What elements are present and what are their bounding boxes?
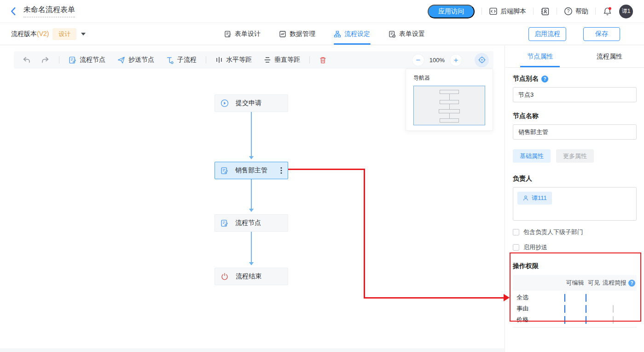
help-icon: ? bbox=[564, 7, 573, 16]
include-subdept-checkbox-row[interactable]: 包含负责人下级子部门 bbox=[513, 228, 637, 236]
flow-canvas[interactable]: 流程节点 抄送节点 子流程 水平等距 bbox=[0, 46, 505, 352]
app-window: 未命名流程表单 应用访问 后端脚本 ? 帮助 bbox=[0, 0, 644, 352]
play-circle-icon bbox=[220, 99, 229, 107]
permissions-title: 操作权限 bbox=[513, 262, 637, 270]
navigator-panel: 导航器 bbox=[406, 69, 493, 131]
horizontal-scrollbar[interactable] bbox=[0, 348, 504, 352]
main-tabs: 表单设计 数据管理 流程设定 表单设置 bbox=[224, 23, 425, 45]
svg-text:?: ? bbox=[567, 9, 570, 14]
owner-tag[interactable]: 谭111 bbox=[517, 192, 552, 205]
checkbox-editable[interactable] bbox=[564, 294, 565, 302]
minimap-node bbox=[440, 90, 459, 94]
backend-script-button[interactable]: 后端脚本 bbox=[489, 7, 526, 16]
node-alias-label: 节点别名 ? bbox=[513, 75, 637, 83]
divider bbox=[309, 56, 310, 64]
help-button[interactable]: ? 帮助 bbox=[564, 7, 588, 16]
version-number: (V2) bbox=[37, 30, 49, 37]
help-question-icon[interactable]: ? bbox=[541, 76, 548, 82]
basic-properties-button[interactable]: 基础属性 bbox=[513, 149, 551, 163]
permissions-header-row: 可编辑 可见 流程简报 ? bbox=[513, 275, 637, 291]
tab-data-management[interactable]: 数据管理 bbox=[279, 23, 315, 45]
page-title: 未命名流程表单 bbox=[23, 5, 75, 18]
enable-flow-button[interactable]: 启用流程 bbox=[528, 27, 566, 41]
form-gear-icon bbox=[389, 30, 396, 38]
tab-node-properties[interactable]: 节点属性 bbox=[505, 46, 575, 67]
horizontal-bars-icon bbox=[264, 56, 271, 64]
tab-flow-settings[interactable]: 流程设定 bbox=[334, 23, 370, 45]
doc-edit-icon bbox=[220, 219, 228, 227]
checkbox-unchecked[interactable] bbox=[513, 244, 519, 251]
checkbox-briefing[interactable] bbox=[613, 316, 614, 324]
doc-edit-icon bbox=[69, 56, 76, 64]
more-properties-button[interactable]: 更多属性 bbox=[556, 149, 594, 163]
chevron-down-icon[interactable] bbox=[81, 33, 86, 35]
zoom-level: 100% bbox=[429, 57, 445, 64]
add-flow-node-button[interactable]: 流程节点 bbox=[69, 56, 105, 64]
form-edit-icon bbox=[224, 30, 232, 38]
minimap-connector bbox=[449, 92, 450, 120]
node-name-input[interactable] bbox=[513, 124, 637, 140]
node-submit-request[interactable]: 提交申请 bbox=[215, 94, 288, 112]
apply-access-button[interactable]: 应用访问 bbox=[428, 5, 475, 18]
navigator-title: 导航器 bbox=[406, 69, 493, 86]
owner-selector-box[interactable]: 谭111 bbox=[513, 187, 637, 221]
top-bar: 未命名流程表单 应用访问 后端脚本 ? 帮助 bbox=[0, 0, 644, 23]
add-cc-node-button[interactable]: 抄送节点 bbox=[117, 56, 154, 64]
checkbox-briefing[interactable] bbox=[613, 305, 614, 313]
tab-flow-properties[interactable]: 流程属性 bbox=[575, 46, 644, 67]
avatar[interactable]: 谭1 bbox=[619, 5, 633, 18]
checkbox-visible[interactable] bbox=[586, 316, 586, 324]
node-flow-node[interactable]: 流程节点 bbox=[215, 214, 288, 232]
fit-view-target-icon[interactable] bbox=[475, 53, 489, 67]
tab-form-design[interactable]: 表单设计 bbox=[224, 23, 261, 45]
add-subflow-button[interactable]: 子流程 bbox=[166, 56, 197, 64]
version-bar: 流程版本(V2) 设计 表单设计 数据管理 流程设定 bbox=[0, 23, 644, 45]
enable-cc-checkbox-row[interactable]: 启用抄送 bbox=[513, 243, 637, 252]
data-chart-icon bbox=[279, 30, 286, 38]
permission-row-price: 价格 bbox=[513, 314, 637, 325]
permission-row-reason: 事由 bbox=[513, 303, 637, 314]
checkbox-editable[interactable] bbox=[564, 305, 565, 313]
minimap-node bbox=[440, 100, 459, 104]
node-alias-input[interactable] bbox=[513, 87, 637, 102]
flow-connector bbox=[251, 232, 252, 264]
column-visible: 可见 bbox=[586, 279, 602, 287]
node-menu-kebab-icon[interactable] bbox=[280, 167, 282, 174]
horizontal-spacing-button[interactable]: 水平等距 bbox=[215, 56, 252, 64]
checkbox-visible[interactable] bbox=[586, 294, 586, 302]
save-button[interactable]: 保存 bbox=[583, 27, 620, 41]
minimap-node bbox=[440, 118, 459, 123]
contacts-icon[interactable] bbox=[540, 7, 550, 16]
doc-edit-icon bbox=[220, 167, 228, 175]
checkbox-editable[interactable] bbox=[564, 316, 565, 324]
undo-icon[interactable] bbox=[22, 56, 31, 64]
vertical-spacing-button[interactable]: 垂直等距 bbox=[264, 56, 300, 64]
back-icon[interactable] bbox=[10, 7, 16, 16]
tab-form-setup[interactable]: 表单设置 bbox=[389, 23, 425, 45]
person-icon bbox=[522, 195, 529, 201]
operation-permissions-section: 操作权限 可编辑 可见 流程简报 ? 全选 bbox=[513, 262, 637, 328]
checkbox-visible[interactable] bbox=[586, 305, 586, 313]
divider bbox=[557, 8, 557, 15]
help-question-icon[interactable]: ? bbox=[628, 280, 635, 287]
vertical-bars-icon bbox=[215, 56, 223, 64]
properties-panel: 节点属性 流程属性 节点别名 ? 节点名称 基础属性 更多属性 负责人 bbox=[505, 46, 644, 352]
paper-plane-icon bbox=[117, 56, 125, 64]
delete-trash-icon[interactable] bbox=[319, 56, 327, 64]
zoom-out-button[interactable]: − bbox=[412, 54, 424, 66]
permission-row-select-all: 全选 bbox=[513, 292, 637, 303]
notification-bell-icon[interactable] bbox=[603, 6, 612, 16]
divider bbox=[482, 8, 482, 15]
node-sales-manager[interactable]: 销售部主管 bbox=[215, 162, 288, 179]
redo-icon[interactable] bbox=[41, 56, 50, 64]
power-icon bbox=[220, 272, 229, 281]
zoom-in-button[interactable]: + bbox=[450, 54, 462, 66]
node-flow-end[interactable]: 流程结束 bbox=[215, 268, 288, 285]
checkbox-unchecked[interactable] bbox=[513, 229, 519, 235]
navigator-minimap[interactable] bbox=[413, 86, 485, 125]
divider bbox=[533, 8, 534, 15]
column-briefing: 流程简报 ? bbox=[602, 279, 637, 287]
panel-tabs: 节点属性 流程属性 bbox=[505, 46, 644, 68]
permissions-table: 可编辑 可见 流程简报 ? 全选 bbox=[513, 275, 637, 328]
divider bbox=[59, 56, 59, 64]
